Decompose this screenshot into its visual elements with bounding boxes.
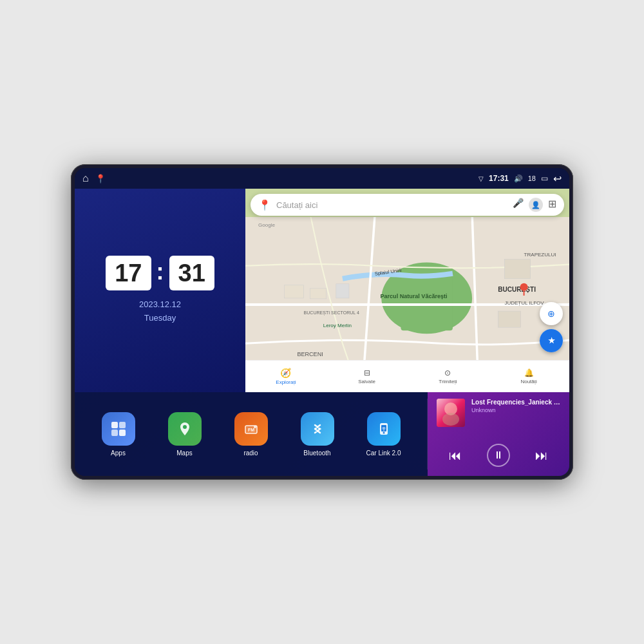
svg-point-29: [254, 426, 256, 428]
svg-point-34: [383, 430, 384, 431]
carlink-icon-bg: [367, 412, 401, 446]
svg-text:Google: Google: [258, 222, 275, 228]
svg-rect-2: [401, 272, 452, 331]
media-controls: ⏮ ⏸ ⏭: [437, 441, 560, 469]
svg-point-37: [442, 413, 459, 426]
map-nav-saved[interactable]: ⊟ Salvate: [327, 361, 408, 392]
layers-icon[interactable]: ⊞: [548, 198, 556, 212]
svg-point-33: [383, 431, 384, 433]
map-location-btn[interactable]: ⊕: [540, 302, 563, 325]
back-icon[interactable]: ↩: [553, 173, 562, 185]
voice-search-icon[interactable]: 🎤: [513, 198, 524, 212]
svg-text:TRAPEZULUI: TRAPEZULUI: [524, 252, 556, 258]
map-nav-saved-label: Salvate: [358, 379, 375, 384]
next-track-button[interactable]: ⏭: [535, 448, 548, 463]
account-icon[interactable]: 👤: [529, 198, 543, 212]
svg-rect-24: [111, 430, 118, 436]
svg-point-20: [520, 283, 528, 291]
radio-label: radio: [243, 450, 258, 457]
maps-status-icon[interactable]: 📍: [95, 174, 106, 184]
bluetooth-label: Bluetooth: [303, 450, 330, 457]
svg-rect-9: [504, 260, 530, 279]
status-bar-right: ▽ 17:31 🔊 18 ▭ ↩: [478, 173, 562, 185]
svg-text:Leroy Merlin: Leroy Merlin: [323, 323, 352, 328]
battery-icon: ▭: [541, 174, 548, 183]
svg-rect-22: [111, 422, 118, 428]
map-search-actions: 🎤 👤 ⊞: [513, 198, 556, 212]
clock-digits: 17 : 31: [106, 256, 214, 290]
device-screen: ⌂ 📍 ▽ 17:31 🔊 18 ▭ ↩ 17 :: [75, 168, 569, 476]
carlink-label: Car Link 2.0: [366, 450, 401, 457]
apps-icon-bg: [102, 412, 135, 446]
svg-rect-10: [498, 311, 520, 327]
svg-rect-25: [119, 430, 126, 436]
news-icon: 🔔: [524, 368, 534, 377]
status-bar-left: ⌂ 📍: [82, 173, 106, 184]
map-nav-news[interactable]: 🔔 Noutăți: [488, 361, 569, 392]
svg-point-26: [183, 425, 187, 429]
svg-text:BUCUREȘTI SECTORUL 4: BUCUREȘTI SECTORUL 4: [304, 310, 359, 316]
media-thumb-image: [437, 399, 465, 427]
clock-minute: 31: [169, 256, 214, 290]
home-icon[interactable]: ⌂: [82, 173, 89, 184]
status-bar: ⌂ 📍 ▽ 17:31 🔊 18 ▭ ↩: [75, 168, 569, 189]
map-nav-explore-label: Explorați: [276, 379, 296, 385]
map-start-btn[interactable]: ★: [540, 329, 563, 352]
location-icon: ⊕: [547, 308, 555, 319]
map-pin-icon: 📍: [258, 199, 271, 211]
clock-colon: :: [156, 258, 164, 285]
saved-icon: ⊟: [364, 368, 370, 377]
clock-date: 2023.12.12 Tuesday: [139, 298, 181, 325]
svg-rect-7: [310, 289, 327, 299]
media-info: Lost Frequencies_Janieck Devy-... Unknow…: [471, 399, 560, 413]
svg-rect-8: [336, 284, 349, 298]
svg-rect-23: [119, 422, 126, 428]
main-content: 17 : 31 2023.12.12 Tuesday 📍 Căutați aic…: [75, 189, 569, 476]
maps-icon-bg: [168, 412, 202, 446]
bottom-row: Apps Maps: [75, 392, 569, 476]
play-pause-button[interactable]: ⏸: [487, 444, 510, 467]
map-search-bar[interactable]: 📍 Căutați aici 🎤 👤 ⊞: [251, 194, 564, 216]
media-thumbnail: [437, 399, 465, 427]
radio-icon-bg: FM: [234, 412, 268, 446]
apps-label: Apps: [111, 450, 126, 457]
maps-label: Maps: [176, 450, 192, 457]
share-icon: ⊙: [444, 368, 451, 377]
map-widget[interactable]: 📍 Căutați aici 🎤 👤 ⊞: [245, 189, 569, 392]
map-nav-share[interactable]: ⊙ Trimiteți: [408, 361, 489, 392]
media-title: Lost Frequencies_Janieck Devy-...: [471, 399, 560, 406]
car-display-device: ⌂ 📍 ▽ 17:31 🔊 18 ▭ ↩ 17 :: [71, 164, 573, 480]
media-top: Lost Frequencies_Janieck Devy-... Unknow…: [437, 399, 560, 427]
prev-track-button[interactable]: ⏮: [449, 448, 462, 463]
app-icon-carlink[interactable]: Car Link 2.0: [365, 412, 403, 457]
svg-text:FM: FM: [247, 427, 254, 431]
app-icons-section: Apps Maps: [75, 392, 427, 476]
map-nav-explore[interactable]: 🧭 Explorați: [245, 361, 327, 392]
time-display: 17:31: [489, 174, 509, 183]
app-icon-radio[interactable]: FM radio: [232, 412, 270, 457]
svg-text:Parcul Natural Văcărești: Parcul Natural Văcărești: [381, 293, 448, 299]
app-icon-apps[interactable]: Apps: [99, 412, 138, 457]
map-bottom-nav: 🧭 Explorați ⊟ Salvate ⊙ Trimiteți 🔔: [245, 360, 569, 392]
clock-hour: 17: [106, 256, 151, 290]
map-nav-news-label: Noutăți: [520, 379, 536, 384]
bluetooth-icon-bg: [301, 412, 334, 446]
map-nav-share-label: Trimiteți: [439, 379, 457, 384]
media-player: Lost Frequencies_Janieck Devy-... Unknow…: [428, 392, 569, 476]
svg-text:BUCUREȘTI: BUCUREȘTI: [498, 286, 536, 293]
svg-text:BERCENI: BERCENI: [297, 351, 323, 357]
media-artist: Unknown: [471, 407, 560, 413]
explore-icon: 🧭: [280, 368, 291, 378]
map-search-placeholder[interactable]: Căutați aici: [276, 200, 507, 210]
clock-widget: 17 : 31 2023.12.12 Tuesday: [75, 189, 245, 392]
app-icon-bluetooth[interactable]: Bluetooth: [298, 412, 337, 457]
signal-icon: ▽: [478, 175, 484, 182]
battery-level: 18: [528, 175, 536, 182]
app-icon-maps[interactable]: Maps: [166, 412, 204, 457]
volume-icon: 🔊: [514, 175, 523, 183]
svg-rect-6: [284, 285, 303, 298]
svg-text:JUDEȚUL ILFOV: JUDEȚUL ILFOV: [504, 300, 544, 306]
top-row: 17 : 31 2023.12.12 Tuesday 📍 Căutați aic…: [75, 189, 569, 392]
